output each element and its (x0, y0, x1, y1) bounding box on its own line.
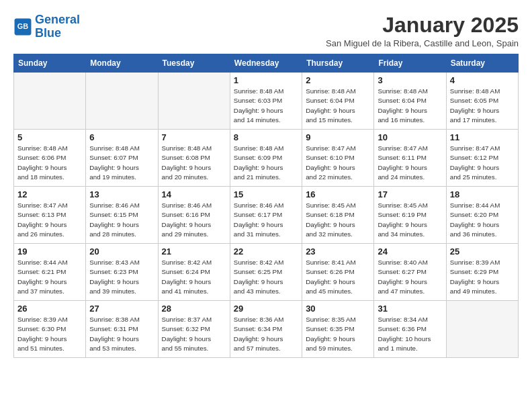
cell-w4-d3: 22Sunrise: 8:42 AM Sunset: 6:25 PM Dayli… (230, 244, 302, 301)
day-info: Sunrise: 8:34 AM Sunset: 6:36 PM Dayligh… (378, 315, 442, 353)
header-saturday: Saturday (446, 54, 518, 73)
day-number: 3 (378, 75, 442, 85)
cell-w2-d6: 11Sunrise: 8:47 AM Sunset: 6:12 PM Dayli… (446, 130, 518, 187)
cell-w5-d6 (446, 301, 518, 358)
day-number: 23 (306, 246, 370, 257)
cell-w3-d6: 18Sunrise: 8:44 AM Sunset: 6:20 PM Dayli… (446, 187, 518, 244)
day-info: Sunrise: 8:36 AM Sunset: 6:34 PM Dayligh… (234, 315, 298, 353)
cell-w2-d2: 7Sunrise: 8:48 AM Sunset: 6:08 PM Daylig… (158, 130, 230, 187)
logo-icon: GB (13, 17, 32, 36)
day-info: Sunrise: 8:48 AM Sunset: 6:09 PM Dayligh… (234, 144, 298, 182)
day-info: Sunrise: 8:38 AM Sunset: 6:31 PM Dayligh… (89, 315, 154, 353)
week-row-2: 5Sunrise: 8:48 AM Sunset: 6:06 PM Daylig… (14, 130, 519, 187)
header-wednesday: Wednesday (230, 54, 302, 73)
cell-w3-d1: 13Sunrise: 8:46 AM Sunset: 6:15 PM Dayli… (86, 187, 158, 244)
cell-w1-d2 (158, 73, 230, 130)
day-number: 24 (378, 246, 442, 257)
cell-w4-d1: 20Sunrise: 8:43 AM Sunset: 6:23 PM Dayli… (86, 244, 158, 301)
day-info: Sunrise: 8:40 AM Sunset: 6:27 PM Dayligh… (378, 258, 442, 296)
cell-w4-d5: 24Sunrise: 8:40 AM Sunset: 6:27 PM Dayli… (374, 244, 446, 301)
day-number: 21 (162, 246, 226, 257)
day-info: Sunrise: 8:48 AM Sunset: 6:05 PM Dayligh… (450, 87, 515, 125)
week-row-5: 26Sunrise: 8:39 AM Sunset: 6:30 PM Dayli… (14, 301, 519, 358)
cell-w3-d3: 15Sunrise: 8:46 AM Sunset: 6:17 PM Dayli… (230, 187, 302, 244)
cell-w1-d4: 2Sunrise: 8:48 AM Sunset: 6:04 PM Daylig… (302, 73, 374, 130)
day-number: 13 (89, 189, 154, 199)
day-number: 30 (306, 304, 370, 314)
day-info: Sunrise: 8:48 AM Sunset: 6:08 PM Dayligh… (162, 144, 226, 182)
day-number: 31 (378, 304, 442, 314)
cell-w3-d2: 14Sunrise: 8:46 AM Sunset: 6:16 PM Dayli… (158, 187, 230, 244)
title-block: January 2025 San Miguel de la Ribera, Ca… (326, 13, 519, 48)
day-info: Sunrise: 8:42 AM Sunset: 6:25 PM Dayligh… (234, 258, 298, 296)
cell-w1-d3: 1Sunrise: 8:48 AM Sunset: 6:03 PM Daylig… (230, 73, 302, 130)
cell-w5-d4: 30Sunrise: 8:35 AM Sunset: 6:35 PM Dayli… (302, 301, 374, 358)
day-info: Sunrise: 8:39 AM Sunset: 6:30 PM Dayligh… (17, 315, 82, 353)
day-info: Sunrise: 8:45 AM Sunset: 6:18 PM Dayligh… (306, 201, 370, 239)
day-info: Sunrise: 8:43 AM Sunset: 6:23 PM Dayligh… (89, 258, 154, 296)
cell-w2-d3: 8Sunrise: 8:48 AM Sunset: 6:09 PM Daylig… (230, 130, 302, 187)
cell-w5-d0: 26Sunrise: 8:39 AM Sunset: 6:30 PM Dayli… (14, 301, 86, 358)
cell-w4-d2: 21Sunrise: 8:42 AM Sunset: 6:24 PM Dayli… (158, 244, 230, 301)
day-info: Sunrise: 8:37 AM Sunset: 6:32 PM Dayligh… (162, 315, 226, 353)
cell-w4-d0: 19Sunrise: 8:44 AM Sunset: 6:21 PM Dayli… (14, 244, 86, 301)
week-row-4: 19Sunrise: 8:44 AM Sunset: 6:21 PM Dayli… (14, 244, 519, 301)
page: GB General Blue January 2025 San Miguel … (0, 0, 532, 365)
svg-text:GB: GB (17, 22, 28, 30)
day-info: Sunrise: 8:48 AM Sunset: 6:03 PM Dayligh… (234, 87, 298, 125)
day-info: Sunrise: 8:48 AM Sunset: 6:06 PM Dayligh… (17, 144, 82, 182)
calendar-table: Sunday Monday Tuesday Wednesday Thursday… (13, 54, 519, 358)
day-number: 29 (234, 304, 298, 314)
cell-w4-d4: 23Sunrise: 8:41 AM Sunset: 6:26 PM Dayli… (302, 244, 374, 301)
day-info: Sunrise: 8:47 AM Sunset: 6:11 PM Dayligh… (378, 144, 442, 182)
week-row-3: 12Sunrise: 8:47 AM Sunset: 6:13 PM Dayli… (14, 187, 519, 244)
day-info: Sunrise: 8:48 AM Sunset: 6:07 PM Dayligh… (89, 144, 154, 182)
day-number: 27 (89, 304, 154, 314)
day-info: Sunrise: 8:44 AM Sunset: 6:20 PM Dayligh… (450, 201, 515, 239)
header-friday: Friday (374, 54, 446, 73)
day-number: 1 (234, 75, 298, 85)
cell-w3-d0: 12Sunrise: 8:47 AM Sunset: 6:13 PM Dayli… (14, 187, 86, 244)
day-info: Sunrise: 8:48 AM Sunset: 6:04 PM Dayligh… (378, 87, 442, 125)
day-number: 16 (306, 189, 370, 199)
day-info: Sunrise: 8:35 AM Sunset: 6:35 PM Dayligh… (306, 315, 370, 353)
logo-text: General Blue (35, 13, 80, 40)
day-info: Sunrise: 8:46 AM Sunset: 6:17 PM Dayligh… (234, 201, 298, 239)
cell-w2-d0: 5Sunrise: 8:48 AM Sunset: 6:06 PM Daylig… (14, 130, 86, 187)
cell-w5-d2: 28Sunrise: 8:37 AM Sunset: 6:32 PM Dayli… (158, 301, 230, 358)
day-number: 14 (162, 189, 226, 199)
day-info: Sunrise: 8:44 AM Sunset: 6:21 PM Dayligh… (17, 258, 82, 296)
header-monday: Monday (86, 54, 158, 73)
day-number: 20 (89, 246, 154, 257)
day-number: 5 (17, 132, 82, 142)
day-number: 4 (450, 75, 515, 85)
day-number: 12 (17, 189, 82, 199)
logo: GB General Blue (13, 13, 80, 40)
day-number: 25 (450, 246, 515, 257)
day-number: 7 (162, 132, 226, 142)
day-info: Sunrise: 8:41 AM Sunset: 6:26 PM Dayligh… (306, 258, 370, 296)
cell-w3-d5: 17Sunrise: 8:45 AM Sunset: 6:19 PM Dayli… (374, 187, 446, 244)
header-thursday: Thursday (302, 54, 374, 73)
day-number: 8 (234, 132, 298, 142)
header: GB General Blue January 2025 San Miguel … (13, 13, 519, 48)
cell-w1-d6: 4Sunrise: 8:48 AM Sunset: 6:05 PM Daylig… (446, 73, 518, 130)
cell-w3-d4: 16Sunrise: 8:45 AM Sunset: 6:18 PM Dayli… (302, 187, 374, 244)
day-number: 22 (234, 246, 298, 257)
week-row-1: 1Sunrise: 8:48 AM Sunset: 6:03 PM Daylig… (14, 73, 519, 130)
day-info: Sunrise: 8:46 AM Sunset: 6:15 PM Dayligh… (89, 201, 154, 239)
cell-w1-d0 (14, 73, 86, 130)
day-info: Sunrise: 8:47 AM Sunset: 6:12 PM Dayligh… (450, 144, 515, 182)
day-number: 9 (306, 132, 370, 142)
cell-w1-d1 (86, 73, 158, 130)
cell-w2-d1: 6Sunrise: 8:48 AM Sunset: 6:07 PM Daylig… (86, 130, 158, 187)
day-number: 15 (234, 189, 298, 199)
header-sunday: Sunday (14, 54, 86, 73)
day-number: 19 (17, 246, 82, 257)
cell-w1-d5: 3Sunrise: 8:48 AM Sunset: 6:04 PM Daylig… (374, 73, 446, 130)
day-number: 11 (450, 132, 515, 142)
day-number: 6 (89, 132, 154, 142)
day-number: 28 (162, 304, 226, 314)
day-number: 2 (306, 75, 370, 85)
cell-w5-d3: 29Sunrise: 8:36 AM Sunset: 6:34 PM Dayli… (230, 301, 302, 358)
